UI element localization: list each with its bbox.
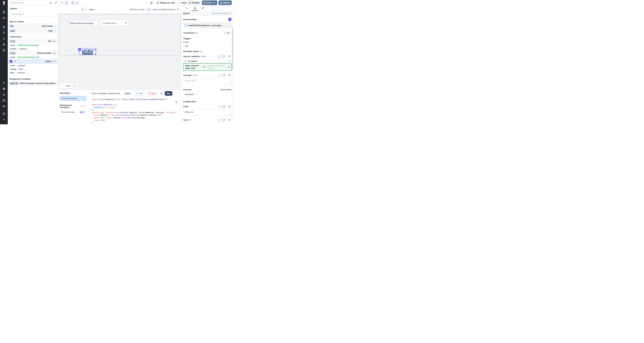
variables-dollar-icon[interactable] — [2, 37, 5, 40]
collapse-button[interactable] — [53, 52, 56, 54]
add-transformer-button[interactable]: Add — [222, 30, 232, 35]
resize-corner-icon[interactable] — [127, 25, 128, 26]
runnable-item-selected[interactable]: hub/1511/discord/se... c — [60, 96, 86, 101]
expression-value[interactable]: b.result — [187, 59, 228, 63]
users-icon[interactable] — [2, 82, 5, 84]
collapse-button[interactable] — [53, 40, 56, 43]
static-mode-pencil-button[interactable] — [218, 105, 222, 108]
help-icon[interactable] — [2, 112, 5, 115]
mobile-view-button[interactable] — [71, 1, 75, 4]
static-mode-pencil-button[interactable] — [218, 118, 222, 122]
resource-select-component-b[interactable]: Example resou... ✕ — [101, 20, 128, 26]
recompute-chip[interactable]: recompute — [183, 92, 195, 96]
connect-plug-button[interactable] — [227, 105, 232, 108]
workspace-icon[interactable] — [2, 11, 5, 14]
component-row-c-selected[interactable]: c Button — [8, 59, 58, 64]
run-button[interactable]: Run — [165, 91, 172, 96]
remove-runnable-button[interactable]: ✕ — [226, 23, 230, 28]
textarea-resize-icon[interactable] — [230, 82, 231, 84]
scrollbar-thumb[interactable] — [232, 28, 233, 70]
resource-mode-toggle[interactable] — [200, 66, 206, 68]
text-component-a[interactable]: Write Discord message: — [70, 20, 98, 26]
static-mode-pencil-button[interactable] — [218, 54, 222, 58]
draft-button[interactable]: Draft ⌘S — [202, 0, 217, 5]
edit-pencil-icon[interactable] — [13, 60, 17, 63]
event-handler-runnable[interactable]: f hub/1511/discord/send_a_message_... ✕ — [183, 22, 232, 28]
more-menu-kebab-icon[interactable]: ⋮ — [144, 1, 148, 4]
clear-select-x-icon[interactable]: ✕ — [125, 22, 127, 24]
background-runnable-row[interactable]: bg_0 Send a message to discord using web… — [8, 81, 58, 86]
deploy-button[interactable]: Deploy — [218, 0, 232, 5]
color-value-input[interactable] — [183, 123, 232, 124]
component-row-b[interactable]: b Resource Select — [8, 51, 58, 56]
tab-preview[interactable]: Preview — [188, 1, 200, 4]
windmill-logo-icon[interactable] — [2, 1, 6, 6]
selected-component-id-tab[interactable]: c — [78, 48, 81, 51]
anchor-component-button[interactable] — [90, 48, 92, 51]
app-canvas[interactable]: Write Discord message: Example resou... … — [58, 14, 181, 90]
favorites-star-icon[interactable] — [2, 16, 5, 20]
textarea-resize-icon[interactable] — [230, 114, 231, 115]
code-editor[interactable]: import discordwebhook from "https://deno… — [90, 97, 180, 124]
clear-button[interactable]: Clear — [146, 91, 158, 96]
output-row-state[interactable]: state State — [8, 28, 58, 33]
desktop-view-button[interactable] — [75, 1, 80, 4]
home-icon[interactable] — [2, 26, 5, 28]
chevron-down-icon[interactable] — [54, 25, 56, 27]
expand-sidebar-arrow-icon[interactable] — [2, 118, 5, 121]
undo-button[interactable] — [48, 0, 53, 5]
add-background-runnable-button[interactable] — [83, 104, 86, 108]
collapse-button[interactable] — [53, 60, 56, 63]
eval-mode-function-button[interactable]: f — [222, 118, 226, 122]
zoom-out-button[interactable] — [60, 85, 64, 87]
hide-bar-toggle[interactable] — [146, 8, 151, 11]
expand-component-button[interactable] — [85, 48, 88, 51]
static-mode-pencil-button[interactable] — [218, 74, 222, 77]
app-summary-input[interactable] — [9, 0, 47, 5]
full-width-layout-button[interactable] — [64, 1, 69, 4]
resources-cubes-icon[interactable] — [2, 43, 5, 46]
settings-gear-icon[interactable] — [2, 87, 5, 90]
docs-book-button[interactable] — [149, 0, 154, 5]
cache-button[interactable]: Cache — [123, 91, 132, 96]
tab-styling[interactable] — [202, 6, 204, 11]
output-row-ctx[interactable]: ctx App Context — [8, 24, 58, 28]
tab-insert-component[interactable] — [186, 6, 188, 11]
tab-editor[interactable]: Editor — [178, 1, 188, 4]
move-component-button[interactable] — [94, 48, 97, 51]
folders-icon[interactable] — [2, 99, 5, 102]
redo-button[interactable] — [53, 0, 58, 5]
see-documentation-link[interactable]: See documentation — [212, 12, 232, 14]
resize-corner-icon[interactable] — [97, 24, 98, 26]
center-layout-button[interactable] — [60, 1, 64, 4]
eval-mode-function-button[interactable]: f — [222, 54, 226, 58]
audit-eye-icon[interactable] — [2, 105, 5, 108]
expand-expression-button[interactable] — [228, 59, 231, 63]
runs-play-icon[interactable] — [2, 31, 5, 34]
connect-plug-button[interactable] — [227, 73, 232, 77]
chevron-down-icon[interactable] — [54, 30, 56, 32]
eval-mode-function-button[interactable]: f — [222, 105, 226, 108]
zoom-in-button[interactable] — [72, 84, 76, 88]
debug-runs-button[interactable]: Debug runs (23) — [155, 0, 176, 5]
copy-code-icon[interactable] — [175, 101, 178, 103]
frequency-dropdown[interactable]: once — [89, 8, 96, 10]
runnable-name-input[interactable] — [90, 91, 122, 96]
fork-button[interactable]: Fork — [134, 91, 145, 96]
refresh-code-button[interactable] — [159, 91, 164, 96]
message-static-input[interactable]: Static value — [183, 78, 232, 84]
show-details-link[interactable]: Show details — [220, 88, 232, 91]
tab-component-settings[interactable] — [194, 6, 196, 11]
eval-mode-function-button[interactable]: f — [222, 74, 226, 77]
expression-editor[interactable]: 1 b.result — [183, 59, 232, 63]
event-click-chip[interactable]: click — [183, 44, 190, 48]
resize-handle[interactable] — [94, 53, 96, 54]
refresh-count-button[interactable]: 1 — [80, 7, 87, 12]
connect-plug-button[interactable] — [227, 54, 232, 58]
component-row-a[interactable]: a Text — [8, 39, 58, 44]
connect-plug-button[interactable] — [227, 118, 232, 122]
search-outputs-input[interactable] — [10, 12, 56, 16]
fill-height-button[interactable] — [81, 48, 84, 51]
label-value-input[interactable]: Press me — [183, 110, 232, 116]
workers-robot-icon[interactable] — [2, 93, 5, 96]
